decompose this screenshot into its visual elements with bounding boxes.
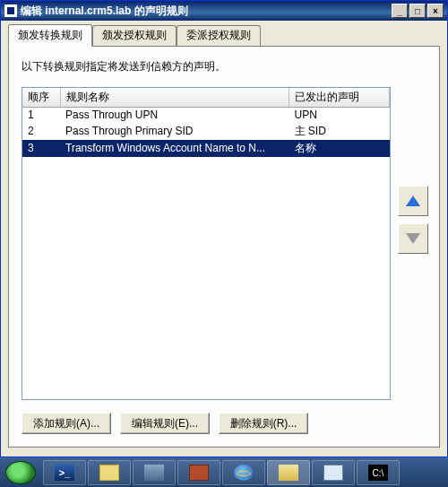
taskbar-items: >_C:\ — [43, 460, 401, 485]
powershell-icon: >_ — [55, 465, 74, 481]
rules-tbody: 1Pass Through UPNUPN2Pass Through Primar… — [22, 108, 390, 157]
internet-explorer-icon — [234, 465, 254, 481]
col-header-order[interactable]: 顺序 — [22, 88, 60, 108]
add-rule-button[interactable]: 添加规则(A)... — [22, 413, 111, 434]
taskbar-item-adfs-manager[interactable] — [267, 460, 310, 485]
tab-0[interactable]: 颁发转换规则 — [8, 24, 92, 47]
cell-claims: UPN — [289, 108, 390, 123]
toolbox-icon — [189, 465, 209, 481]
maximize-button[interactable]: □ — [409, 4, 426, 18]
table-row[interactable]: 1Pass Through UPNUPN — [22, 108, 390, 123]
tab-1[interactable]: 颁发授权规则 — [92, 25, 177, 46]
cell-order: 3 — [22, 140, 60, 157]
titlebar[interactable]: 编辑 internal.crm5.lab 的声明规则 _ □ × — [1, 1, 447, 21]
tab-2[interactable]: 委派授权规则 — [177, 25, 261, 46]
cell-claims: 主 SID — [289, 123, 390, 140]
dialog-window: 编辑 internal.crm5.lab 的声明规则 _ □ × 颁发转换规则颁… — [0, 0, 448, 457]
server-manager-icon — [144, 465, 164, 481]
command-prompt-icon: C:\ — [368, 465, 388, 481]
cell-claims: 名称 — [289, 140, 390, 157]
taskbar-item-explorer[interactable] — [88, 460, 131, 485]
cell-order: 2 — [22, 123, 60, 140]
taskbar-item-server-manager[interactable] — [133, 460, 176, 485]
taskbar[interactable]: >_C:\ — [0, 458, 448, 487]
table-row[interactable]: 2Pass Through Primary SID主 SID — [22, 123, 390, 140]
network-icon — [323, 465, 343, 481]
col-header-claims[interactable]: 已发出的声明 — [289, 88, 390, 108]
move-up-button[interactable] — [398, 186, 428, 216]
cell-name: Pass Through Primary SID — [60, 123, 289, 140]
cell-name: Pass Through UPN — [60, 108, 289, 123]
app-icon — [4, 4, 17, 17]
taskbar-item-powershell[interactable]: >_ — [43, 460, 86, 485]
explorer-icon — [99, 465, 119, 481]
arrow-down-icon — [406, 233, 420, 244]
start-button[interactable] — [5, 461, 36, 484]
rules-list[interactable]: 顺序 规则名称 已发出的声明 1Pass Through UPNUPN2Pass… — [22, 87, 391, 400]
cell-name: Transform Windows Account Name to N... — [60, 140, 289, 157]
adfs-manager-icon — [279, 465, 298, 481]
rules-table: 顺序 规则名称 已发出的声明 1Pass Through UPNUPN2Pass… — [22, 88, 390, 157]
minimize-button[interactable]: _ — [392, 4, 408, 18]
taskbar-item-internet-explorer[interactable] — [222, 460, 265, 485]
tab-strip: 颁发转换规则颁发授权规则委派授权规则 — [8, 26, 440, 46]
move-down-button[interactable] — [398, 223, 428, 254]
tab-page-issuance-transform: 以下转换规则指定将发送到信赖方的声明。 顺序 规则名称 已发出的声明 — [8, 46, 440, 448]
window-title: 编辑 internal.crm5.lab 的声明规则 — [21, 4, 392, 19]
remove-rule-button[interactable]: 删除规则(R)... — [219, 413, 308, 434]
col-header-name[interactable]: 规则名称 — [60, 88, 289, 108]
taskbar-item-toolbox[interactable] — [177, 460, 220, 485]
description-text: 以下转换规则指定将发送到信赖方的声明。 — [22, 59, 428, 74]
taskbar-item-network[interactable] — [312, 460, 355, 485]
arrow-up-icon — [406, 196, 420, 206]
taskbar-item-command-prompt[interactable]: C:\ — [357, 460, 400, 485]
cell-order: 1 — [22, 108, 60, 123]
table-row[interactable]: 3Transform Windows Account Name to N...名… — [22, 140, 390, 157]
edit-rule-button[interactable]: 编辑规则(E)... — [120, 413, 210, 434]
close-button[interactable]: × — [427, 4, 444, 18]
